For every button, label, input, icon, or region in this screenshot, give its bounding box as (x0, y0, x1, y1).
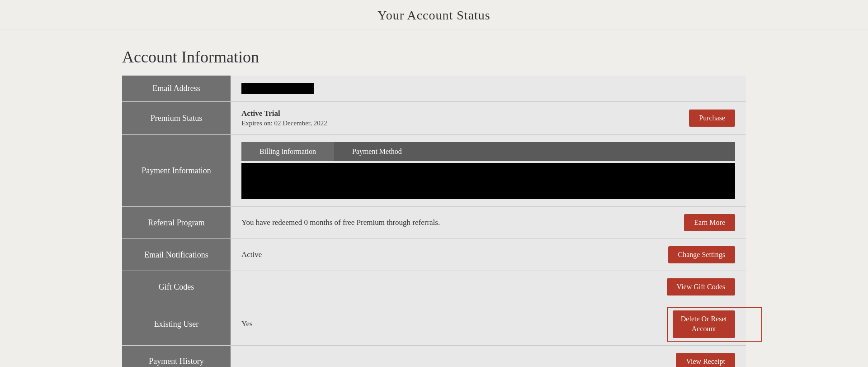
account-table: Email Address Premium Status Active Tria… (122, 76, 746, 367)
table-row: Payment History View Receipt (122, 345, 746, 367)
existing-user-label: Existing User (122, 303, 231, 346)
referral-program-label: Referral Program (122, 207, 231, 239)
email-notifications-action: Change Settings (596, 239, 746, 271)
table-row: Gift Codes View Gift Codes (122, 271, 746, 303)
section-title: Account Information (122, 48, 746, 67)
payment-history-value (231, 345, 596, 367)
existing-user-action: Delete Or ResetAccount (596, 303, 746, 346)
email-address-label: Email Address (122, 76, 231, 102)
email-address-value (231, 76, 746, 102)
email-redacted-block (241, 83, 314, 94)
payment-history-label: Payment History (122, 345, 231, 367)
existing-user-value: Yes (231, 303, 596, 346)
earn-more-button[interactable]: Earn More (684, 214, 735, 231)
table-row: Email Notifications Active Change Settin… (122, 239, 746, 271)
purchase-button[interactable]: Purchase (689, 110, 735, 127)
email-notifications-value: Active (231, 239, 596, 271)
payment-information-value: Billing Information Payment Method (231, 135, 746, 207)
payment-content-redacted (241, 163, 735, 199)
premium-status-sub: Expires on: 02 December, 2022 (241, 119, 585, 127)
table-row: Payment Information Billing Information … (122, 135, 746, 207)
table-row: Existing User Yes Delete Or ResetAccount (122, 303, 746, 346)
view-receipt-button[interactable]: View Receipt (676, 353, 735, 367)
premium-status-label: Premium Status (122, 102, 231, 135)
tab-payment-method[interactable]: Payment Method (334, 142, 420, 161)
gift-codes-action: View Gift Codes (596, 271, 746, 303)
premium-status-action: Purchase (596, 102, 746, 135)
page-title: Your Account Status (0, 8, 868, 23)
referral-program-action: Earn More (596, 207, 746, 239)
main-content: Account Information Email Address Premiu… (0, 29, 868, 367)
table-row: Referral Program You have redeemed 0 mon… (122, 207, 746, 239)
email-notifications-label: Email Notifications (122, 239, 231, 271)
delete-btn-wrapper: Delete Or ResetAccount (673, 310, 735, 338)
delete-or-reset-button[interactable]: Delete Or ResetAccount (673, 310, 735, 338)
tab-billing-information[interactable]: Billing Information (241, 142, 334, 161)
gift-codes-label: Gift Codes (122, 271, 231, 303)
premium-status-value: Active Trial Expires on: 02 December, 20… (231, 102, 596, 135)
referral-program-value: You have redeemed 0 months of free Premi… (231, 207, 596, 239)
payment-history-action: View Receipt (596, 345, 746, 367)
view-gift-codes-button[interactable]: View Gift Codes (667, 278, 735, 296)
change-settings-button[interactable]: Change Settings (668, 246, 735, 263)
page-wrapper: Your Account Status Account Information … (0, 0, 868, 367)
payment-tabs: Billing Information Payment Method (241, 142, 735, 161)
page-header: Your Account Status (0, 0, 868, 29)
gift-codes-value (231, 271, 596, 303)
payment-information-label: Payment Information (122, 135, 231, 207)
premium-status-bold: Active Trial (241, 109, 585, 118)
table-row: Premium Status Active Trial Expires on: … (122, 102, 746, 135)
table-row: Email Address (122, 76, 746, 102)
